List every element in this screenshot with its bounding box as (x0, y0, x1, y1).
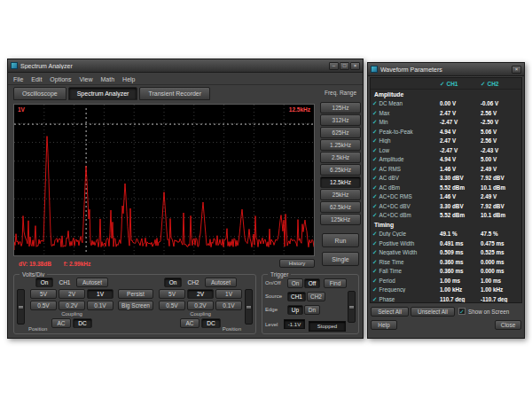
ch2-volts-5v[interactable]: 5V (159, 289, 185, 299)
param-row[interactable]: ✓High2.47 V2.56 V (371, 137, 521, 146)
param-row[interactable]: ✓AC+DC RMS1.46 V2.49 V (371, 192, 521, 202)
ch2-volts-0.2v[interactable]: 0.2V (187, 301, 214, 310)
help-button[interactable]: Help (371, 320, 397, 330)
check-icon[interactable]: ✓ (372, 137, 377, 144)
ch1-coupling-dc[interactable]: DC (73, 318, 92, 328)
unselect-all-button[interactable]: Unselect All (411, 307, 455, 317)
check-icon[interactable]: ✓ (372, 156, 377, 162)
persist-button[interactable]: Persist (118, 289, 153, 299)
freq-range-125khz[interactable]: 125kHz (320, 214, 361, 225)
param-row[interactable]: ✓Frequency1.00 kHz1.00 kHz (371, 286, 521, 295)
run-button[interactable]: Run (322, 233, 359, 247)
ch2-position-slider[interactable] (245, 289, 253, 325)
select-all-button[interactable]: Select All (371, 307, 409, 317)
param-row[interactable]: ✓Rise Time0.360 ms0.000 ms (371, 257, 521, 267)
param-row[interactable]: ✓Phase110.7 deg-110.7 deg (371, 294, 521, 303)
tab-oscilloscope[interactable]: Oscilloscope (13, 87, 66, 100)
slider-thumb[interactable] (246, 305, 252, 309)
single-button[interactable]: Single (322, 252, 359, 266)
check-icon[interactable]: ✓ (440, 81, 444, 87)
ch1-position-slider[interactable] (17, 289, 25, 325)
menu-options[interactable]: Options (50, 76, 71, 82)
check-icon[interactable]: ✓ (372, 231, 377, 237)
ch2-volts-0.5v[interactable]: 0.5V (159, 301, 185, 310)
param-row[interactable]: ✓AC RMS1.46 V2.49 V (371, 164, 521, 174)
ch1-coupling-ac[interactable]: AC (51, 318, 71, 328)
check-icon[interactable]: ✓ (372, 147, 377, 153)
big-screen-button[interactable]: Big Screen (118, 301, 153, 310)
close-button[interactable]: × (350, 62, 360, 70)
trigger-level-slider[interactable] (348, 291, 356, 323)
param-row[interactable]: ✓AC dBV3.30 dBV7.92 dBV (371, 174, 521, 184)
check-icon[interactable]: ✓ (372, 296, 377, 302)
slider-thumb[interactable] (18, 305, 24, 309)
tab-spectrum-analyzer[interactable]: Spectrum Analyzer (68, 87, 138, 100)
show-on-screen-checkbox[interactable]: ✓ Show on Screen (458, 308, 509, 315)
tab-transient-recorder[interactable]: Transient Recorder (139, 87, 210, 100)
param-row[interactable]: ✓AC+DC dBm5.52 dBm10.1 dBm (371, 211, 521, 221)
check-icon[interactable]: ✓ (372, 110, 377, 116)
param-row[interactable]: ✓Max2.47 V2.56 V (371, 108, 521, 118)
check-icon[interactable]: ✓ (372, 203, 377, 209)
check-icon[interactable]: ✓ (372, 212, 377, 218)
ch2-volts-1v[interactable]: 1V (215, 289, 242, 299)
ch1-volts-0.1v[interactable]: 0.1V (87, 301, 113, 310)
trigger-edge-dn-button[interactable]: Dn (304, 305, 320, 315)
ch1-volts-1v[interactable]: 1V (87, 289, 113, 299)
freq-range-25khz[interactable]: 25kHz (320, 189, 361, 200)
trigger-off-button[interactable]: Off (304, 278, 320, 288)
check-icon[interactable]: ✓ (372, 249, 377, 255)
ch1-autoset-button[interactable]: Autoset (76, 278, 108, 287)
check-icon[interactable]: ✓ (481, 81, 485, 87)
param-row[interactable]: ✓Duty Cycle49.1 %47.5 % (371, 230, 521, 239)
menu-edit[interactable]: Edit (31, 76, 42, 82)
param-row[interactable]: ✓Low-2.47 V-2.43 V (371, 145, 521, 155)
trigger-find-button[interactable]: Find (324, 278, 347, 288)
check-icon[interactable]: ✓ (372, 119, 377, 125)
freq-range-62.5khz[interactable]: 62.5kHz (320, 201, 361, 213)
close-button[interactable]: Close (495, 320, 521, 330)
check-icon[interactable]: ✓ (372, 259, 377, 265)
param-row[interactable]: ✓AC dBm5.52 dBm10.1 dBm (371, 183, 521, 192)
param-row[interactable]: ✓Min-2.47 V-2.50 V (371, 118, 521, 128)
freq-range-12.5khz[interactable]: 12.5kHz (320, 176, 361, 188)
check-icon[interactable]: ✓ (372, 268, 377, 274)
param-row[interactable]: ✓Negative Width0.509 ms0.525 ms (371, 248, 521, 258)
menu-help[interactable]: Help (122, 76, 135, 82)
trigger-source-ch1-button[interactable]: CH1 (287, 292, 306, 301)
spectrum-chart[interactable]: 1V 12.5kHz (13, 104, 315, 256)
trigger-edge-up-button[interactable]: Up (287, 305, 303, 315)
ch2-coupling-ac[interactable]: AC (180, 318, 200, 328)
check-icon[interactable]: ✓ (372, 166, 377, 172)
check-icon[interactable]: ✓ (372, 278, 377, 284)
trigger-on-button[interactable]: On (287, 278, 303, 288)
ch1-volts-5v[interactable]: 5V (30, 289, 57, 299)
param-row[interactable]: ✓Period1.00 ms1.00 ms (371, 276, 521, 286)
ch2-volts-0.1v[interactable]: 0.1V (215, 301, 242, 310)
param-row[interactable]: ✓AC+DC dBV3.30 dBV7.92 dBV (371, 201, 521, 211)
param-row[interactable]: ✓Amplitude4.94 V5.00 V (371, 155, 521, 165)
ch1-volts-2v[interactable]: 2V (59, 289, 85, 299)
param-row[interactable]: ✓DC Mean0.00 V-0.06 V (371, 99, 521, 109)
check-icon[interactable]: ✓ (372, 129, 377, 135)
ch2-on-button[interactable]: On (164, 278, 182, 287)
ch2-volts-2v[interactable]: 2V (187, 289, 214, 299)
freq-range-125hz[interactable]: 125Hz (320, 102, 361, 113)
menu-math[interactable]: Math (101, 76, 115, 82)
check-icon[interactable]: ✓ (372, 286, 377, 293)
param-row[interactable]: ✓Positive Width0.491 ms0.475 ms (371, 239, 521, 248)
minimize-button[interactable]: – (329, 62, 339, 70)
ch2-autoset-button[interactable]: Autoset (205, 278, 237, 287)
spectrum-titlebar[interactable]: Spectrum Analyzer –□× (8, 59, 363, 73)
ch1-volts-0.2v[interactable]: 0.2V (59, 301, 85, 310)
trigger-source-ch2-button[interactable]: CH2 (307, 292, 325, 301)
freq-range-312hz[interactable]: 312Hz (320, 114, 361, 126)
freq-range-6.25khz[interactable]: 6.25kHz (320, 164, 361, 176)
param-row[interactable]: ✓Fall Time0.360 ms0.000 ms (371, 267, 521, 277)
check-icon[interactable]: ✓ (372, 240, 377, 246)
check-icon[interactable]: ✓ (372, 184, 377, 191)
freq-range-1.25khz[interactable]: 1.25kHz (320, 139, 361, 151)
freq-range-625hz[interactable]: 625Hz (320, 127, 361, 138)
ch2-coupling-dc[interactable]: DC (201, 318, 221, 328)
freq-range-2.5khz[interactable]: 2.5kHz (320, 152, 361, 163)
